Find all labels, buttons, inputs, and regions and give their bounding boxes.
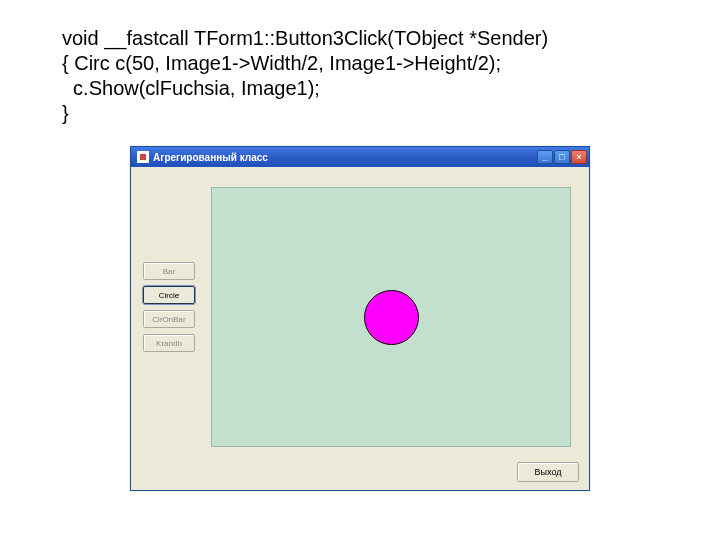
fuchsia-circle [364,290,419,345]
close-button[interactable]: × [571,150,587,164]
circle-button[interactable]: Circle [143,286,195,304]
code-block: void __fastcall TForm1::Button3Click(TOb… [0,0,720,136]
maximize-button[interactable]: □ [554,150,570,164]
titlebar: Агрегированный класс _ □ × [131,147,589,167]
code-line-2: { Circ c(50, Image1->Width/2, Image1->He… [62,52,501,74]
circonbar-button[interactable]: CirOnBar [143,310,195,328]
code-line-1: void __fastcall TForm1::Button3Click(TOb… [62,27,548,49]
krandb-button[interactable]: Krandb [143,334,195,352]
minimize-button[interactable]: _ [537,150,553,164]
code-line-4: } [62,102,69,124]
side-button-column: Bar Circle CirOnBar Krandb [143,262,195,352]
exit-button[interactable]: Выход [517,462,579,482]
client-area: Bar Circle CirOnBar Krandb Выход [131,167,589,490]
window-title: Агрегированный класс [153,152,537,163]
image-canvas [211,187,571,447]
app-icon [137,151,149,163]
bar-button[interactable]: Bar [143,262,195,280]
application-window: Агрегированный класс _ □ × Bar Circle Ci… [130,146,590,491]
code-line-3: c.Show(clFuchsia, Image1); [62,77,320,99]
